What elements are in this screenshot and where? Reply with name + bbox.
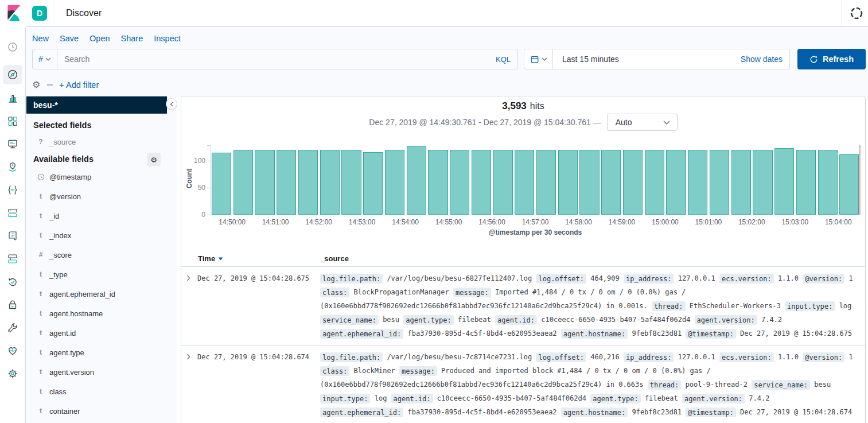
histogram-bar[interactable]: [472, 150, 491, 215]
histogram-bar[interactable]: [428, 150, 447, 215]
date-picker: Last 15 minutes Show dates: [524, 49, 790, 69]
discover-main-panel: 3,593hits Dec 27, 2019 @ 14:49:30.761 - …: [181, 96, 866, 423]
field-item-class[interactable]: tclass: [26, 382, 177, 401]
histogram-bar[interactable]: [666, 150, 686, 215]
histogram-bar[interactable]: [796, 150, 816, 215]
histogram-bar[interactable]: [407, 146, 426, 215]
field-item-agentephemeralid[interactable]: tagent.ephemeral_id: [26, 284, 177, 304]
histogram-bar[interactable]: [363, 152, 383, 215]
rail-dashboard-icon[interactable]: [7, 115, 18, 127]
field-item-type[interactable]: t_type: [26, 265, 177, 284]
field-name-badge: @version:: [803, 352, 844, 362]
rail-recent-clock-icon[interactable]: [7, 41, 18, 53]
y-tick-0: 0: [187, 211, 205, 219]
field-name-badge: class:: [320, 288, 349, 297]
histogram-bar[interactable]: [731, 150, 751, 215]
doc-table-row: Dec 27, 2019 @ 15:04:28.675log.file.path…: [181, 267, 865, 346]
menu-item-save[interactable]: Save: [60, 34, 79, 43]
show-dates-button[interactable]: Show dates: [741, 55, 783, 64]
histogram-bar[interactable]: [774, 148, 794, 215]
histogram-bar[interactable]: [450, 150, 469, 215]
histogram-bar[interactable]: [579, 150, 599, 215]
field-item-agenthostname[interactable]: tagent.hostname: [26, 304, 177, 323]
field-item-id[interactable]: t_id: [26, 206, 177, 226]
field-type-icon: t: [37, 407, 45, 415]
hits-label: hits: [530, 101, 544, 111]
search-input[interactable]: Search: [64, 55, 496, 64]
expand-row-chevron-icon[interactable]: [186, 275, 190, 281]
column-header-time[interactable]: Time: [198, 254, 223, 263]
menu-item-share[interactable]: Share: [121, 34, 143, 43]
field-item-container[interactable]: tcontainer: [26, 401, 177, 421]
field-item-timestamp[interactable]: @timestamp: [26, 167, 177, 187]
rail-siem-lock-icon[interactable]: [7, 299, 18, 311]
expand-row-chevron-icon[interactable]: [186, 354, 190, 360]
histogram-bar[interactable]: [601, 150, 621, 215]
histogram-bar[interactable]: [645, 150, 664, 215]
field-name-badge: ecs.version:: [719, 274, 774, 284]
field-item-agentversion[interactable]: tagent.version: [26, 362, 177, 382]
interval-select[interactable]: Auto: [607, 114, 678, 131]
rail-management-gear-icon[interactable]: [7, 368, 18, 379]
histogram-bar[interactable]: [298, 150, 318, 215]
histogram-bars[interactable]: [211, 145, 860, 215]
rail-monitoring-heart-icon[interactable]: [7, 345, 18, 356]
menu-item-open[interactable]: Open: [89, 34, 110, 43]
discover-app-badge[interactable]: D: [32, 6, 47, 21]
histogram-bar[interactable]: [493, 150, 513, 215]
rail-logs-icon[interactable]: [7, 230, 18, 242]
spaces-icon[interactable]: [850, 7, 863, 20]
field-item-version[interactable]: t@version: [26, 187, 177, 206]
filter-options-gear-icon[interactable]: ⚙: [32, 80, 40, 90]
histogram-bar[interactable]: [255, 150, 274, 215]
fields-filter-gear-button[interactable]: ⚙: [147, 153, 161, 166]
histogram-bar[interactable]: [710, 150, 729, 215]
rail-canvas-icon[interactable]: [7, 138, 18, 150]
add-filter-button[interactable]: + Add filter: [59, 80, 99, 90]
rail-apm-icon[interactable]: [7, 253, 18, 265]
column-header-source[interactable]: _source: [320, 254, 349, 263]
saved-query-menu-button[interactable]: #: [33, 49, 57, 69]
histogram-bar[interactable]: [558, 150, 578, 215]
histogram-bar[interactable]: [341, 150, 361, 215]
collapse-sidebar-button[interactable]: [166, 98, 177, 110]
refresh-button[interactable]: Refresh: [797, 49, 866, 69]
rail-visualize-chart-icon[interactable]: [7, 92, 18, 104]
histogram-bar[interactable]: [385, 150, 404, 215]
histogram-bar[interactable]: [753, 150, 772, 215]
histogram-bar[interactable]: [536, 150, 556, 215]
histogram-bar[interactable]: [212, 153, 231, 215]
row-source-cell: log.file.path: /var/log/besu/besu-6827fe…: [320, 271, 857, 340]
rail-discover-compass-icon[interactable]: [7, 69, 18, 80]
rail-machine-learning-icon[interactable]: [7, 184, 18, 196]
rail-dev-tools-wrench-icon[interactable]: [7, 322, 18, 333]
field-item-agenttype[interactable]: tagent.type: [26, 343, 177, 362]
histogram-bar[interactable]: [688, 150, 707, 215]
field-item-index[interactable]: t_index: [26, 226, 177, 245]
date-quick-select-button[interactable]: [524, 49, 553, 69]
rail-metrics-icon[interactable]: [7, 207, 18, 219]
index-pattern-selector[interactable]: besu-*: [26, 96, 167, 114]
field-type-icon: t: [37, 231, 45, 239]
time-range-value[interactable]: Last 15 minutes: [562, 55, 619, 64]
histogram-bar[interactable]: [515, 150, 534, 215]
x-tick-label: 15:04:00: [825, 218, 852, 226]
rail-uptime-icon[interactable]: [7, 276, 18, 288]
menu-item-inspect[interactable]: Inspect: [154, 34, 181, 43]
rail-maps-icon[interactable]: [7, 161, 18, 173]
y-tick-50: 50: [187, 184, 205, 192]
histogram-bar[interactable]: [233, 150, 253, 215]
top-navigation-bar: D Discover: [0, 0, 868, 26]
histogram-bar[interactable]: [320, 150, 340, 215]
field-name-badge: agent.id:: [391, 394, 433, 403]
histogram-bar[interactable]: [623, 150, 643, 215]
refresh-icon: [809, 55, 818, 64]
menu-item-new[interactable]: New: [32, 34, 49, 43]
field-item-score[interactable]: #_score: [26, 245, 177, 265]
kql-language-button[interactable]: KQL: [496, 55, 511, 64]
histogram-bar[interactable]: [818, 150, 838, 215]
histogram-bar[interactable]: [839, 154, 859, 215]
field-item-agentid[interactable]: tagent.id: [26, 323, 177, 343]
histogram-bar[interactable]: [277, 150, 296, 215]
field-item-source[interactable]: ? _source: [37, 134, 76, 149]
